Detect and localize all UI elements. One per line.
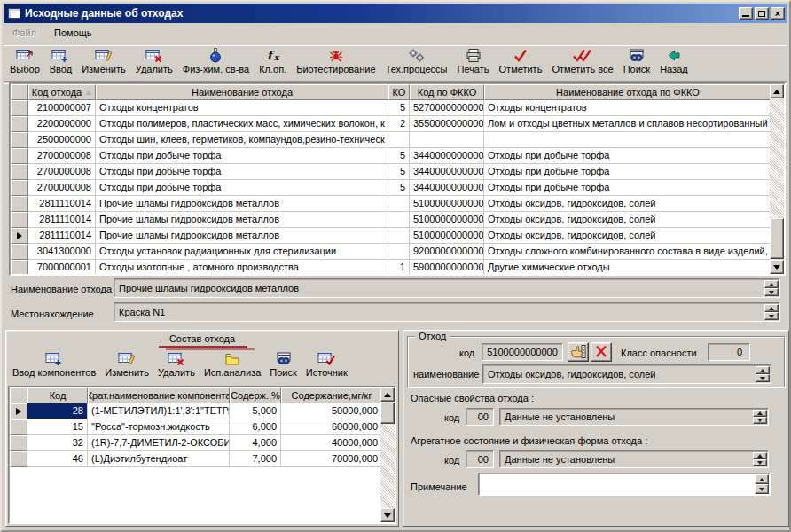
spin-up-button[interactable] <box>764 304 779 312</box>
cell-component-name[interactable]: (L)Диэтилбутендиоат <box>88 451 230 467</box>
cell-waste-code[interactable]: 2811110014 <box>28 196 96 212</box>
scroll-up-button[interactable] <box>380 387 395 402</box>
table-row[interactable]: 28(1-МЕТИЛЭТИЛ)1:1',3':1"ТЕТРАФ5,0005000… <box>10 403 380 419</box>
cell-component-name[interactable]: (1-МЕТИЛЭТИЛ)1:1',3':1"ТЕТРАФ <box>88 403 230 419</box>
cell-fkko-name[interactable]: Отходы оксидов, гидроксидов, солей <box>484 212 770 228</box>
column-header[interactable]: Содержание,мг/кг <box>281 387 382 403</box>
row-selector-cell[interactable] <box>11 260 28 274</box>
table-row[interactable]: 2200000000Отходы полимеров, пластических… <box>11 116 770 132</box>
cell-ko[interactable] <box>388 132 410 148</box>
row-selector-cell[interactable] <box>11 132 28 148</box>
column-header[interactable]: Код по ФККО <box>410 84 484 100</box>
spin-up-button[interactable] <box>764 280 779 288</box>
row-selector-cell[interactable] <box>10 419 27 435</box>
cell-waste-code[interactable]: 2700000008 <box>28 180 96 196</box>
fkko-name-field[interactable]: Отходы оксидов, гидроксидов, солей <box>482 364 771 384</box>
composition-button-edit[interactable]: Изменить <box>102 349 152 379</box>
cell-component-code[interactable]: 32 <box>27 435 88 451</box>
cell-waste-code[interactable]: 2100000007 <box>28 100 96 116</box>
cell-waste-name[interactable]: Отходы шин, клеев, герметиков, компаундо… <box>96 132 388 148</box>
waste-name-field[interactable]: Прочие шламы гидрооксидов металлов <box>114 278 780 298</box>
field-spinner[interactable] <box>756 366 770 382</box>
cell-fkko-name[interactable]: Отходы при добыче торфа <box>484 164 770 180</box>
row-selector-cell[interactable] <box>11 148 28 164</box>
column-header[interactable]: Код <box>27 387 88 403</box>
field-spinner[interactable] <box>755 474 769 494</box>
table-row[interactable]: 2811110014Прочие шламы гидрооксидов мета… <box>11 212 770 228</box>
cell-ko[interactable]: 5 <box>388 180 410 196</box>
table-row[interactable]: 2700000008Отходы при добыче торфа5344000… <box>11 148 770 164</box>
toolbar-button-back[interactable]: Назад <box>657 46 691 75</box>
cell-waste-code[interactable]: 7000000001 <box>28 260 96 274</box>
field-spinner[interactable] <box>753 410 767 424</box>
cell-fkko-code[interactable] <box>410 132 484 148</box>
cell-ko[interactable] <box>388 244 410 260</box>
row-selector-cell[interactable] <box>11 212 28 228</box>
table-row[interactable]: 7000000001Отходы изотопные , атомного пр… <box>11 260 770 274</box>
column-header[interactable]: Крат.наименование компонента <box>88 387 230 403</box>
spin-down-button[interactable] <box>764 288 779 296</box>
cell-component-code[interactable]: 15 <box>27 419 88 435</box>
cell-waste-name[interactable]: Прочие шламы гидрооксидов металлов <box>96 212 388 228</box>
toolbar-button-edit[interactable]: Изменить <box>79 46 129 75</box>
cell-waste-code[interactable]: 2500000000 <box>28 132 96 148</box>
pick-fkko-button[interactable] <box>568 342 589 362</box>
cell-fkko-name[interactable] <box>484 132 770 148</box>
row-selector-cell[interactable] <box>11 228 28 244</box>
cell-fkko-code[interactable]: 3440000000000 <box>410 148 484 164</box>
composition-button-delete[interactable]: Удалить <box>155 349 198 379</box>
menu-item-file[interactable]: Файл <box>7 25 42 41</box>
spin-up-button[interactable] <box>756 366 770 374</box>
cell-fkko-name[interactable]: Отходы концентратов <box>484 100 770 116</box>
cell-fkko-name[interactable]: Отходы при добыче торфа <box>484 180 770 196</box>
cell-fkko-code[interactable]: 5100000000000 <box>410 228 484 244</box>
cell-content-mgkg[interactable]: 40000,000 <box>281 435 380 451</box>
row-selector-cell[interactable] <box>11 116 28 132</box>
cell-ko[interactable] <box>388 212 410 228</box>
cell-content-mgkg[interactable]: 50000,000 <box>281 403 380 419</box>
cell-fkko-code[interactable]: 3550000000000 <box>410 116 484 132</box>
field-spinner[interactable] <box>764 280 779 296</box>
cell-fkko-name[interactable]: Другие химические отходы <box>484 260 770 274</box>
field-spinner[interactable] <box>753 452 767 466</box>
table-row[interactable]: 2500000000Отходы шин, клеев, герметиков,… <box>11 132 770 148</box>
row-selector-cell[interactable] <box>11 180 28 196</box>
row-selector-cell[interactable] <box>11 196 28 212</box>
cell-waste-name[interactable]: Прочие шламы гидрооксидов металлов <box>96 228 388 244</box>
row-selector-cell[interactable] <box>11 100 28 116</box>
cell-fkko-name[interactable]: Лом и отходы цветных металлов и сплавов … <box>484 116 770 132</box>
table-row[interactable]: 2700000008Отходы при добыче торфа5344000… <box>11 164 770 180</box>
spin-down-button[interactable] <box>753 459 767 466</box>
cell-percent[interactable]: 5,000 <box>230 403 281 419</box>
table-row[interactable]: 2100000007Отходы концентратов55270000000… <box>11 100 770 116</box>
toolbar-button-phys-chem[interactable]: Физ-хим. св-ва <box>180 46 252 75</box>
toolbar-button-hazard-class[interactable]: fxКл.оп. <box>256 46 289 75</box>
cell-fkko-name[interactable]: Отходы при добыче торфа <box>484 148 770 164</box>
row-selector-cell[interactable] <box>11 164 28 180</box>
cell-waste-code[interactable]: 2811110014 <box>28 228 96 244</box>
cell-ko[interactable]: 2 <box>388 116 410 132</box>
cell-ko[interactable]: 5 <box>388 164 410 180</box>
cell-component-code[interactable]: 28 <box>27 403 88 419</box>
cell-fkko-code[interactable]: 9200000000000 <box>410 244 484 260</box>
spin-down-button[interactable] <box>756 374 770 382</box>
row-selector-cell[interactable] <box>11 244 28 260</box>
spin-up-button[interactable] <box>755 474 769 484</box>
cell-fkko-name[interactable]: Отходы оксидов, гидроксидов, солей <box>484 196 770 212</box>
cell-waste-name[interactable]: Прочие шламы гидрооксидов металлов <box>96 196 388 212</box>
toolbar-button-delete[interactable]: Удалить <box>133 46 176 75</box>
toolbar-button-biotesting[interactable]: Биотестирование <box>294 46 378 75</box>
cell-waste-code[interactable]: 2811110014 <box>28 212 96 228</box>
cell-ko[interactable]: 1 <box>388 260 410 274</box>
hazard-props-code-field[interactable]: 00 <box>466 408 494 426</box>
cell-waste-name[interactable]: Отходы при добыче торфа <box>96 180 388 196</box>
cell-waste-name[interactable]: Отходы концентратов <box>96 100 388 116</box>
column-header[interactable]: Код отхода <box>28 84 96 100</box>
cell-waste-code[interactable]: 3041300000 <box>28 244 96 260</box>
cell-content-mgkg[interactable]: 60000,000 <box>281 419 380 435</box>
table-row[interactable]: 2700000008Отходы при добыче торфа5344000… <box>11 180 770 196</box>
row-selector-cell[interactable] <box>10 403 27 419</box>
cell-percent[interactable]: 7,000 <box>230 451 281 467</box>
state-field[interactable]: Данные не установлены <box>499 450 769 468</box>
cell-fkko-code[interactable]: 5100000000000 <box>410 196 484 212</box>
